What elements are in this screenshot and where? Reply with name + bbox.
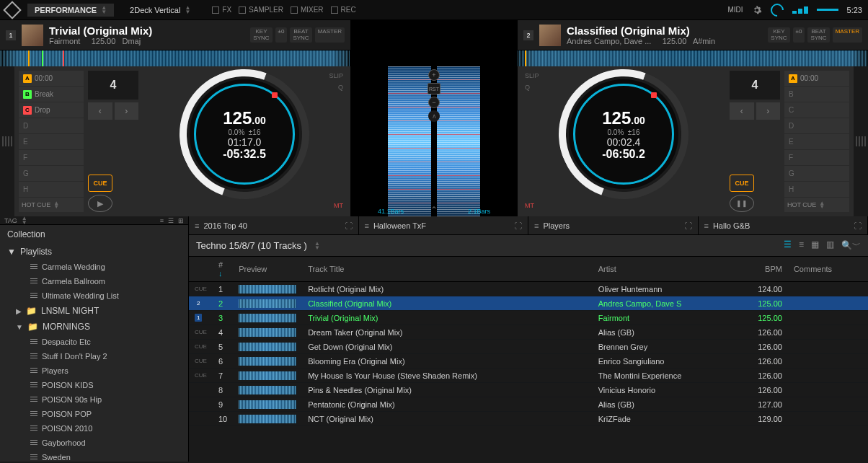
volume-slider[interactable]: [817, 9, 838, 11]
col-comments[interactable]: Comments: [788, 257, 868, 282]
track-row[interactable]: 10 NCT (Original Mix) KriZFade 129.00: [189, 412, 868, 426]
hotcue-F[interactable]: F: [19, 150, 84, 166]
sidebar-item[interactable]: Players: [0, 363, 188, 378]
hotcue-label[interactable]: HOT CUE: [787, 201, 816, 208]
jog-wheel[interactable]: 125.00 0.0% ±16 00:02.4 -06:50.2: [563, 74, 684, 195]
preview-waveform[interactable]: [239, 371, 296, 380]
toggle-fx[interactable]: FX: [212, 6, 231, 14]
collection-header[interactable]: Collection: [0, 225, 188, 244]
hotcue-C[interactable]: CDrop: [19, 102, 84, 118]
track-row[interactable]: 2 2 Classified (Original Mix) Andres Cam…: [189, 296, 868, 311]
preview-waveform[interactable]: [239, 285, 296, 294]
pitch-value[interactable]: ±0: [275, 27, 288, 43]
track-row[interactable]: 1 3 Trivial (Original Mix) Fairmont 125.…: [189, 311, 868, 325]
master-button[interactable]: MASTER: [833, 27, 862, 43]
pitch-value[interactable]: ±0: [793, 27, 805, 43]
col-num[interactable]: # ↓: [213, 257, 233, 282]
hotcue-E[interactable]: E: [784, 134, 849, 150]
jog-wheel[interactable]: 125.00 0.0% ±16 01:17.0 -05:32.5: [184, 74, 305, 195]
playlists-header[interactable]: ▼ Playlists: [0, 244, 188, 260]
mode-dropdown[interactable]: PERFORMANCE ▲▼: [27, 4, 114, 17]
col-title[interactable]: Track Title: [302, 257, 593, 282]
hotcue-H[interactable]: H: [784, 182, 849, 198]
sidebar-item[interactable]: Stuff I Don't Play 2: [0, 349, 188, 363]
loop-double-button[interactable]: ›: [756, 102, 781, 120]
deck-2-waveform[interactable]: [437, 66, 480, 216]
preview-waveform[interactable]: [239, 415, 296, 423]
col-bpm[interactable]: BPM: [745, 257, 788, 282]
view-list-icon[interactable]: ☰: [784, 239, 792, 252]
track-row[interactable]: 8 Pins & Needles (Original Mix) Vinicius…: [189, 383, 868, 397]
loop-value[interactable]: 4: [88, 71, 138, 100]
master-knob-icon[interactable]: [768, 1, 786, 19]
play-button[interactable]: ❚❚: [730, 195, 754, 212]
slip-button[interactable]: SLIP: [525, 72, 539, 79]
preview-waveform[interactable]: [239, 400, 296, 409]
hotcue-F[interactable]: F: [784, 150, 849, 166]
tag-filter-row[interactable]: TAG ▲▼ ≡☰⊞: [0, 216, 188, 225]
toggle-mixer[interactable]: MIXER: [291, 6, 324, 14]
vertical-waveforms[interactable]: + RST − ∧ 41.1Bars 2.1Bars ⌃: [350, 66, 518, 216]
track-row[interactable]: CUE 7 My House Is Your House (Steve Shad…: [189, 369, 868, 383]
cue-button[interactable]: CUE: [88, 175, 112, 192]
preview-waveform[interactable]: [239, 343, 296, 351]
view-grid-icon[interactable]: ▦: [811, 239, 819, 252]
search-icon[interactable]: 🔍﹀: [841, 239, 861, 252]
layout-dropdown[interactable]: 2Deck Vertical ▲▼: [123, 4, 198, 17]
hotcue-B[interactable]: B: [784, 87, 849, 102]
preview-waveform[interactable]: [239, 357, 296, 366]
master-tempo-button[interactable]: MT: [334, 202, 343, 209]
app-logo-icon[interactable]: [3, 1, 21, 19]
track-row[interactable]: CUE 6 Blooming Era (Original Mix) Enrico…: [189, 354, 868, 369]
zoom-out-icon[interactable]: −: [428, 97, 440, 108]
hotcue-H[interactable]: H: [19, 182, 84, 198]
crate-tab[interactable]: ≡Halloween TxF⛶: [359, 216, 529, 234]
midi-button[interactable]: MIDI: [727, 6, 743, 14]
sidebar-item[interactable]: ▼ 📁MORNINGS: [0, 319, 188, 335]
toggle-rec[interactable]: REC: [331, 6, 356, 14]
beat-sync-button[interactable]: BEATSYNC: [807, 27, 829, 43]
loop-half-button[interactable]: ‹: [730, 102, 754, 120]
sidebar-item[interactable]: Carmela Ballroom: [0, 274, 188, 288]
crate-tab[interactable]: ≡Players⛶: [528, 216, 699, 234]
crate-tab[interactable]: ≡Hallo G&B⛶: [699, 216, 869, 234]
hotcue-A[interactable]: A00:00: [19, 71, 84, 87]
beat-sync-button[interactable]: BEATSYNC: [290, 27, 311, 43]
track-row[interactable]: CUE 4 Dream Taker (Original Mix) Alias (…: [189, 325, 868, 340]
master-button[interactable]: MASTER: [315, 27, 345, 43]
preview-waveform[interactable]: [239, 299, 296, 308]
key-sync-button[interactable]: KEYSYNC: [250, 27, 272, 43]
sidebar-item[interactable]: Despacito Etc: [0, 335, 188, 349]
collapse-up-icon[interactable]: ∧: [428, 110, 440, 122]
sidebar-item[interactable]: Ultimate Wedding List: [0, 288, 188, 303]
hotcue-G[interactable]: G: [784, 166, 849, 182]
deck-2-overview-waveform[interactable]: [518, 50, 868, 66]
gear-icon[interactable]: [752, 5, 762, 15]
volume-icon[interactable]: [792, 6, 808, 14]
hotcue-A[interactable]: A00:00: [784, 71, 849, 87]
view-detail-icon[interactable]: ≡: [799, 239, 804, 252]
hotcue-D[interactable]: D: [19, 118, 84, 134]
zoom-reset-button[interactable]: RST: [428, 83, 440, 94]
sidebar-item[interactable]: ▶ 📁LNSML NIGHT: [0, 303, 188, 319]
crate-tab[interactable]: ≡2016 Top 40⛶: [189, 216, 359, 234]
sidebar-item[interactable]: Sweden: [0, 450, 188, 463]
sidebar-item[interactable]: POISON KIDS: [0, 378, 188, 392]
deck-1-overview-waveform[interactable]: [0, 50, 350, 66]
loop-double-button[interactable]: ›: [115, 102, 139, 120]
slip-button[interactable]: SLIP: [329, 72, 343, 79]
view-artwork-icon[interactable]: ▥: [826, 239, 834, 252]
play-button[interactable]: ▶: [88, 195, 112, 212]
deck-1-waveform[interactable]: [388, 66, 431, 216]
hotcue-D[interactable]: D: [784, 118, 849, 134]
expand-icon[interactable]: ⌃: [430, 205, 438, 215]
track-row[interactable]: 9 Pentatonic (Original Mix) Alias (GB) 1…: [189, 397, 868, 412]
hotcue-E[interactable]: E: [19, 134, 84, 150]
quantize-button[interactable]: Q: [525, 84, 530, 91]
cue-button[interactable]: CUE: [730, 175, 754, 192]
loop-half-button[interactable]: ‹: [88, 102, 112, 120]
toggle-sampler[interactable]: SAMPLER: [239, 6, 283, 14]
hotcue-label[interactable]: HOT CUE: [22, 201, 50, 208]
sidebar-item[interactable]: POISON 2010: [0, 421, 188, 436]
album-art[interactable]: [22, 25, 43, 46]
